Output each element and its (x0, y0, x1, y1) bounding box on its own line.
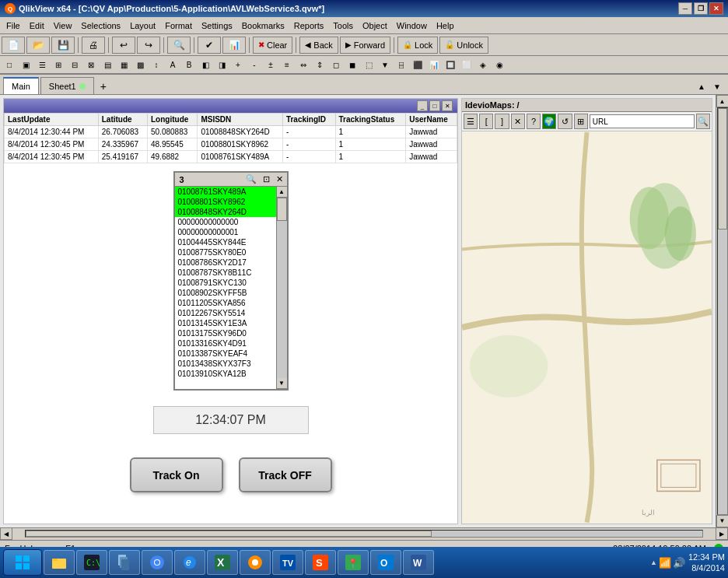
list-item[interactable]: 01013175SKY96D0 (175, 328, 276, 338)
tb2-btn-19[interactable]: ⇔ (296, 57, 311, 72)
track-off-button[interactable]: Track OFF (239, 457, 332, 492)
save-button[interactable]: 💾 (51, 37, 75, 54)
lock-button[interactable]: 🔒 Lock (397, 37, 438, 54)
tb2-btn-31[interactable]: ◉ (492, 57, 507, 72)
scroll-down-button[interactable]: ▼ (709, 79, 725, 94)
col-latitude[interactable]: Latitude (98, 114, 147, 126)
tb2-btn-17[interactable]: ± (263, 57, 278, 72)
tb2-btn-10[interactable]: ↕ (149, 57, 164, 72)
map-btn-bracket2[interactable]: ] (495, 114, 509, 129)
map-btn-help[interactable]: ? (527, 114, 541, 129)
tb2-btn-6[interactable]: ⊠ (83, 57, 99, 72)
list-item[interactable]: 01008848SKY264D (175, 207, 276, 217)
restore-button[interactable]: ❐ (694, 2, 708, 15)
list-item[interactable]: 01013438SKYX37F3 (175, 359, 276, 369)
menu-reports[interactable]: Reports (289, 18, 329, 33)
tb2-btn-16[interactable]: - (247, 57, 262, 72)
map-btn-globe[interactable]: 🌍 (542, 114, 556, 129)
tb2-btn-21[interactable]: ◻ (328, 57, 344, 72)
menu-file[interactable]: File (2, 18, 25, 33)
tb2-btn-4[interactable]: ⊞ (51, 57, 66, 72)
map-btn-rotate[interactable]: ↺ (558, 114, 572, 129)
list-item[interactable]: 01008786SKY2D17 (175, 257, 276, 268)
list-box[interactable]: 01008761SKY489A01008801SKY896201008848SK… (175, 187, 276, 389)
list-item[interactable]: 01008761SKY489A (175, 187, 276, 197)
list-item[interactable]: 01004445SKY844E (175, 237, 276, 247)
clear-button[interactable]: ✖ Clear (253, 37, 292, 54)
taskbar-app-outlook[interactable]: O (370, 550, 401, 575)
list-item[interactable]: 00000000000000 (175, 217, 276, 227)
new-button[interactable]: 📄 (2, 37, 25, 54)
table-row[interactable]: 8/4/2014 12:30:44 PM26.70608350.08088301… (5, 126, 457, 138)
list-scroll-up[interactable]: ▲ (277, 187, 287, 198)
tb2-btn-20[interactable]: ⇕ (312, 57, 327, 72)
chart-button[interactable]: 📊 (222, 37, 246, 54)
tray-arrow[interactable]: ▲ (650, 559, 657, 566)
menu-settings[interactable]: Settings (197, 18, 237, 33)
list-search-icon[interactable]: 🔍 (243, 173, 259, 185)
list-item[interactable]: 01013316SKY4D91 (175, 338, 276, 349)
track-on-button[interactable]: Track On (130, 457, 223, 492)
tb2-btn-18[interactable]: ≡ (279, 57, 295, 72)
taskbar-app-ie[interactable]: e (174, 550, 205, 575)
taskbar-app-maps[interactable]: 📍 (338, 550, 369, 575)
tb2-btn-22[interactable]: ◼ (345, 57, 360, 72)
map-btn-bracket[interactable]: [ (479, 114, 493, 129)
menu-selections[interactable]: Selections (76, 18, 125, 33)
col-lastupdate[interactable]: LastUpdate (5, 114, 99, 126)
forward-button[interactable]: ▶ Forward (340, 37, 390, 54)
scroll-up-button[interactable]: ▲ (694, 79, 709, 94)
menu-view[interactable]: View (49, 18, 77, 33)
panel-close-icon[interactable]: ✕ (442, 100, 453, 111)
taskbar-app-chrome[interactable] (142, 550, 173, 575)
menu-layout[interactable]: Layout (125, 18, 160, 33)
menu-edit[interactable]: Edit (25, 18, 49, 33)
map-zoom-icon[interactable]: 🔍 (696, 114, 710, 129)
taskbar-app-folder[interactable] (44, 550, 75, 575)
list-item[interactable]: 01008775SKY80E0 (175, 247, 276, 257)
close-button[interactable]: ✕ (709, 2, 723, 15)
tb2-btn-27[interactable]: 📊 (426, 57, 442, 72)
main-vscroll[interactable]: ▲ ▼ (716, 95, 728, 527)
tb2-btn-24[interactable]: ▼ (377, 57, 393, 72)
col-trackingid[interactable]: TrackingID (282, 114, 335, 126)
tb2-btn-7[interactable]: ▤ (100, 57, 115, 72)
tb2-btn-14[interactable]: ◨ (214, 57, 229, 72)
hscroll-right[interactable]: ▶ (716, 527, 728, 540)
table-row[interactable]: 8/4/2014 12:30:45 PM25.41916749.68820100… (5, 151, 457, 163)
checkmark-button[interactable]: ✔ (198, 37, 221, 54)
tb2-btn-15[interactable]: + (230, 57, 246, 72)
menu-format[interactable]: Format (160, 18, 197, 33)
tb2-btn-29[interactable]: ⬜ (459, 57, 474, 72)
taskbar-app-tools[interactable] (240, 550, 271, 575)
table-row[interactable]: 8/4/2014 12:30:45 PM24.33596748.95545010… (5, 138, 457, 151)
unlock-button[interactable]: 🔓 Unlock (439, 37, 488, 54)
tb2-btn-2[interactable]: ▣ (18, 57, 33, 72)
back-button[interactable]: ◀ Back (299, 37, 338, 54)
taskbar-app-word[interactable]: W (403, 550, 434, 575)
menu-tools[interactable]: Tools (328, 18, 358, 33)
map-btn-layers[interactable]: ⊞ (574, 114, 588, 129)
tb2-btn-11[interactable]: A (165, 57, 180, 72)
add-tab-button[interactable]: + (96, 79, 111, 94)
tb2-btn-25[interactable]: ⌸ (394, 57, 409, 72)
find-button[interactable]: 🔍 (167, 37, 191, 54)
col-trackingstatus[interactable]: TrackingStatus (335, 114, 406, 126)
tb2-btn-30[interactable]: ◈ (475, 57, 491, 72)
taskbar-app-terminal[interactable]: C:\ (76, 550, 107, 575)
tb2-btn-13[interactable]: ◧ (198, 57, 213, 72)
tb2-btn-28[interactable]: 🔲 (443, 57, 458, 72)
hscroll-left[interactable]: ◀ (0, 527, 12, 540)
menu-bookmarks[interactable]: Bookmarks (237, 18, 289, 33)
list-item[interactable]: 01013145SKY1E3A (175, 318, 276, 328)
tb2-btn-1[interactable]: □ (2, 57, 17, 72)
col-username[interactable]: UserName (406, 114, 457, 126)
taskbar-clock[interactable]: 12:34 PM 8/4/2014 (688, 552, 725, 574)
tb2-btn-5[interactable]: ⊟ (67, 57, 82, 72)
map-btn-menu[interactable]: ☰ (464, 114, 478, 129)
print-button[interactable]: 🖨 (82, 37, 105, 54)
taskbar-app-sapp[interactable]: S (305, 550, 336, 575)
map-url-input[interactable] (590, 114, 695, 128)
tab-sheet1[interactable]: Sheet1 (40, 77, 94, 94)
vscroll-up[interactable]: ▲ (716, 95, 729, 107)
